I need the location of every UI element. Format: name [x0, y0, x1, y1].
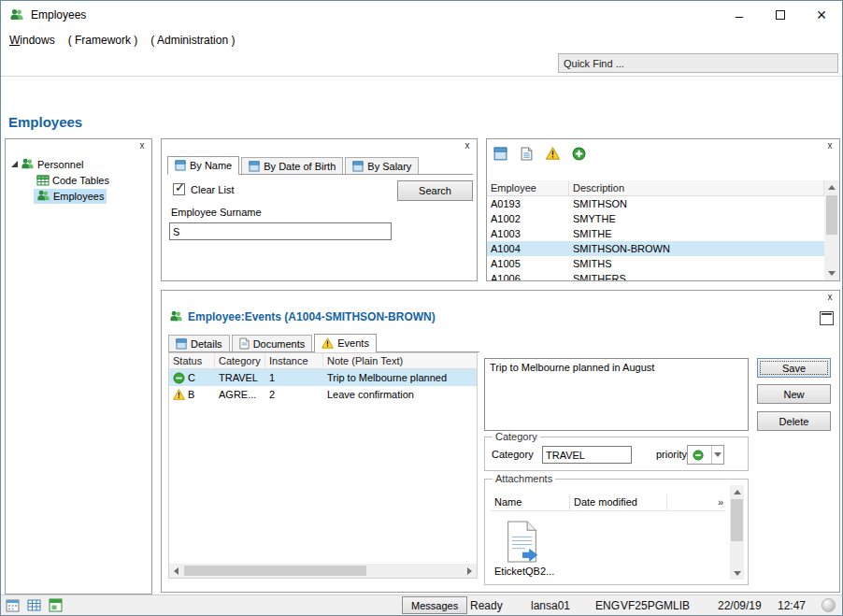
employee-row[interactable]: A1006SMITHERS: [487, 271, 824, 280]
employee-scrollbar[interactable]: [824, 180, 839, 280]
employee-row[interactable]: A1002SMYTHE: [487, 211, 824, 226]
people-icon: [169, 309, 183, 323]
attachments-scrollbar[interactable]: [730, 485, 744, 580]
status-library: VF25PGMLIB: [621, 599, 690, 612]
attachment-file[interactable]: [506, 521, 539, 566]
events-list-header[interactable]: Status Category Instance Note (Plain Tex…: [169, 353, 477, 369]
scroll-left-icon[interactable]: [169, 564, 183, 578]
search-button[interactable]: Search: [397, 180, 473, 201]
events-panel: Employee:Events (A1004-SMITHSON-BROWN) D…: [161, 290, 840, 593]
tab-by-name-label: By Name: [190, 160, 232, 171]
clear-list-checkbox[interactable]: [173, 183, 185, 195]
employee-rows: A0193SMITHSON A1002SMYTHE A1003SMITHE A1…: [487, 196, 824, 280]
maximize-button[interactable]: [760, 1, 801, 29]
maximize-panel-icon[interactable]: [820, 311, 834, 325]
window-icon: [175, 160, 186, 171]
events-warning-icon[interactable]: [544, 145, 561, 162]
tab-by-name[interactable]: By Name: [167, 156, 239, 175]
tab-documents[interactable]: Documents: [232, 335, 313, 351]
column-instance[interactable]: Instance: [265, 353, 323, 368]
events-hscrollbar[interactable]: [169, 564, 477, 578]
tree-item-employees[interactable]: Employees: [6, 188, 151, 204]
scroll-thumb[interactable]: [184, 566, 366, 576]
app-window-icon[interactable]: [49, 598, 63, 615]
status-ready: Ready: [470, 599, 503, 612]
window-icon: [352, 161, 364, 172]
scroll-down-icon[interactable]: [824, 266, 839, 280]
events-panel-close-icon[interactable]: [824, 292, 836, 303]
calendar-icon[interactable]: [6, 598, 20, 615]
column-note[interactable]: Note (Plain Text): [323, 353, 477, 368]
priority-dropdown[interactable]: [687, 445, 724, 465]
search-panel-close-icon[interactable]: [462, 140, 473, 151]
tree-item-personnel[interactable]: Personnel: [6, 156, 151, 172]
employee-row-selected[interactable]: A1004SMITHSON-BROWN: [487, 241, 824, 256]
chevron-down-icon[interactable]: [711, 446, 723, 464]
new-button[interactable]: New: [757, 384, 831, 404]
menu-windows[interactable]: Windows: [3, 31, 62, 50]
events-title-text: Employee:Events (A1004-SMITHSON-BROWN): [188, 310, 436, 323]
statusbar: Messages Ready lansa01 ENG VF25PGMLIB 22…: [1, 595, 842, 615]
menu-framework[interactable]: ( Framework ): [62, 31, 145, 50]
window-controls: [719, 1, 842, 29]
menu-administration[interactable]: ( Administration ): [144, 31, 241, 50]
event-row[interactable]: B AGRE... 2 Leave confirmation: [169, 386, 477, 403]
attachments-group-legend: Attachments: [493, 473, 555, 484]
window-title: Employees: [31, 8, 86, 21]
chevron-more-icon[interactable]: »: [718, 496, 723, 508]
minimize-button[interactable]: [719, 1, 760, 29]
titlebar: Employees: [1, 1, 842, 29]
attachments-header[interactable]: Name Date modified: [491, 494, 725, 511]
scroll-thumb[interactable]: [731, 499, 743, 541]
tree-panel-close-icon[interactable]: [136, 140, 148, 151]
employee-panel-close-icon[interactable]: [824, 140, 836, 151]
scroll-up-icon[interactable]: [730, 485, 744, 498]
column-name[interactable]: Name: [491, 494, 570, 510]
tree-panel: Personnel Code Tables Employees: [5, 138, 152, 595]
document-icon: [239, 337, 250, 350]
tab-events[interactable]: Events: [314, 334, 377, 352]
quick-find-input[interactable]: [558, 53, 838, 73]
employee-list-header[interactable]: Employee Description: [487, 180, 824, 196]
column-date-modified[interactable]: Date modified: [570, 494, 667, 510]
employee-row[interactable]: A0193SMITHSON: [487, 196, 824, 211]
column-status[interactable]: Status: [169, 353, 215, 368]
category-input[interactable]: [542, 446, 632, 464]
documents-icon[interactable]: [518, 145, 535, 162]
category-label: Category: [492, 449, 534, 460]
priority-green-icon: [693, 450, 704, 461]
employee-row[interactable]: A1005SMITHS: [487, 256, 824, 271]
messages-button[interactable]: Messages: [402, 596, 467, 614]
employee-surname-input[interactable]: [169, 222, 392, 240]
note-textarea[interactable]: Trip to Melbourne planned in August: [484, 358, 749, 431]
events-rows: C TRAVEL 1 Trip to Melbourne planned B A…: [169, 369, 477, 403]
details-icon[interactable]: [492, 145, 508, 162]
scroll-up-icon[interactable]: [824, 180, 839, 194]
tab-by-date-of-birth[interactable]: By Date of Birth: [241, 157, 343, 174]
close-button[interactable]: [801, 1, 842, 29]
scroll-right-icon[interactable]: [463, 564, 477, 578]
column-employee[interactable]: Employee: [487, 180, 569, 195]
save-button[interactable]: Save: [757, 358, 831, 378]
tree-item-code-tables[interactable]: Code Tables: [6, 172, 151, 188]
event-row-selected[interactable]: C TRAVEL 1 Trip to Melbourne planned: [169, 369, 477, 386]
delete-button[interactable]: Delete: [757, 411, 831, 431]
add-icon[interactable]: [570, 145, 587, 162]
column-description[interactable]: Description: [569, 180, 824, 195]
expander-icon[interactable]: [11, 161, 18, 167]
page-title: Employees: [8, 114, 82, 130]
scroll-thumb[interactable]: [826, 195, 837, 235]
tree-label-code-tables: Code Tables: [52, 175, 109, 186]
warning-icon: [173, 389, 185, 400]
category-group: Category Category priority: [484, 437, 749, 471]
status-time: 12:47: [778, 599, 806, 612]
tab-details[interactable]: Details: [168, 335, 230, 351]
warning-icon: [321, 337, 334, 349]
grid-icon[interactable]: [27, 598, 41, 615]
employee-row[interactable]: A1003SMITHE: [487, 226, 824, 241]
people-icon: [9, 7, 24, 22]
tab-by-salary[interactable]: By Salary: [345, 157, 419, 174]
column-category[interactable]: Category: [215, 353, 265, 368]
scroll-down-icon[interactable]: [730, 566, 744, 580]
table-icon: [36, 174, 50, 187]
